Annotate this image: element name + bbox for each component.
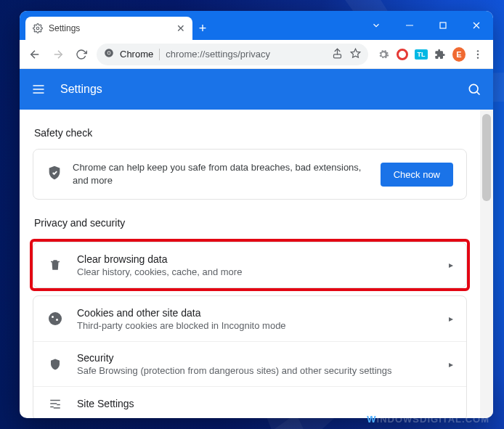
svg-point-9	[107, 52, 110, 54]
svg-marker-11	[351, 49, 360, 57]
svg-point-18	[469, 84, 478, 93]
new-tab-button[interactable]: +	[192, 17, 213, 40]
shield-check-icon	[46, 165, 62, 184]
row-title: Site Settings	[77, 398, 453, 409]
extension-icons: TL E	[373, 48, 489, 61]
svg-line-19	[477, 92, 480, 95]
active-tab[interactable]: Settings ✕	[25, 17, 192, 40]
row-title: Cookies and other site data	[77, 307, 436, 319]
cookie-icon	[46, 312, 64, 325]
extension-gear-icon[interactable]	[377, 48, 390, 61]
svg-rect-2	[440, 23, 446, 28]
clear-browsing-data-row[interactable]: Clear browsing data Clear history, cooki…	[33, 242, 466, 287]
svg-point-0	[36, 27, 39, 30]
tab-title: Settings	[49, 23, 171, 33]
chevron-right-icon: ▸	[449, 314, 453, 324]
row-subtitle: Clear history, cookies, cache, and more	[77, 266, 436, 277]
close-window-button[interactable]	[460, 11, 493, 40]
settings-header: Settings	[20, 69, 493, 110]
titlebar: Settings ✕ +	[20, 11, 493, 40]
cookies-row[interactable]: Cookies and other site data Third-party …	[33, 296, 466, 341]
extension-tl-icon[interactable]: TL	[415, 48, 428, 61]
trash-icon	[46, 258, 64, 271]
privacy-security-heading: Privacy and security	[34, 217, 467, 229]
kebab-menu-icon[interactable]	[471, 48, 484, 61]
hamburger-menu-icon[interactable]	[31, 82, 46, 97]
svg-point-13	[477, 53, 479, 54]
browser-window: Settings ✕ +	[20, 11, 493, 418]
safety-check-heading: Safety check	[34, 127, 467, 139]
chrome-logo-icon	[104, 48, 114, 60]
extension-opera-icon[interactable]	[396, 48, 409, 61]
svg-rect-10	[334, 54, 341, 57]
row-title: Security	[77, 352, 436, 364]
address-bar[interactable]: Chrome chrome://settings/privacy	[97, 44, 368, 65]
settings-title: Settings	[60, 83, 102, 96]
profile-avatar[interactable]: E	[452, 48, 466, 61]
chevron-right-icon: ▸	[449, 359, 453, 369]
chevron-right-icon: ▸	[449, 260, 453, 270]
row-subtitle: Safe Browsing (protection from dangerous…	[77, 365, 436, 376]
search-icon[interactable]	[467, 82, 481, 97]
settings-content: Safety check Chrome can help keep you sa…	[20, 110, 480, 418]
forward-button	[47, 44, 69, 65]
svg-point-12	[477, 50, 479, 52]
scrollbar-thumb[interactable]	[482, 114, 491, 201]
address-origin: Chrome	[120, 49, 153, 60]
address-url: chrome://settings/privacy	[166, 49, 326, 60]
gear-icon	[33, 23, 43, 33]
shield-icon	[46, 358, 64, 371]
bookmark-star-icon[interactable]	[350, 48, 361, 61]
safety-check-card: Chrome can help keep you safe from data …	[33, 149, 467, 200]
svg-point-14	[477, 57, 479, 58]
tab-close-icon[interactable]: ✕	[176, 23, 185, 34]
tune-icon	[46, 397, 64, 410]
maximize-button[interactable]	[426, 11, 460, 40]
scrollbar-track[interactable]	[480, 110, 493, 418]
tab-search-icon[interactable]	[359, 11, 393, 40]
browser-toolbar: Chrome chrome://settings/privacy TL E	[20, 40, 493, 69]
highlighted-row-clear-browsing-data: Clear browsing data Clear history, cooki…	[30, 239, 470, 291]
back-button[interactable]	[24, 44, 46, 65]
check-now-button[interactable]: Check now	[381, 163, 453, 187]
privacy-list-card: Cookies and other site data Third-party …	[33, 295, 467, 418]
minimize-button[interactable]	[393, 11, 426, 40]
safety-check-text: Chrome can help keep you safe from data …	[73, 161, 370, 187]
reload-button[interactable]	[70, 44, 92, 65]
row-subtitle: Third-party cookies are blocked in Incog…	[77, 320, 436, 331]
row-title: Clear browsing data	[77, 253, 436, 265]
watermark: WINDOWSDIGITAL.COM	[367, 414, 489, 425]
security-row[interactable]: Security Safe Browsing (protection from …	[33, 341, 466, 386]
extensions-puzzle-icon[interactable]	[434, 48, 447, 61]
address-separator	[159, 49, 160, 60]
share-icon[interactable]	[332, 48, 343, 61]
